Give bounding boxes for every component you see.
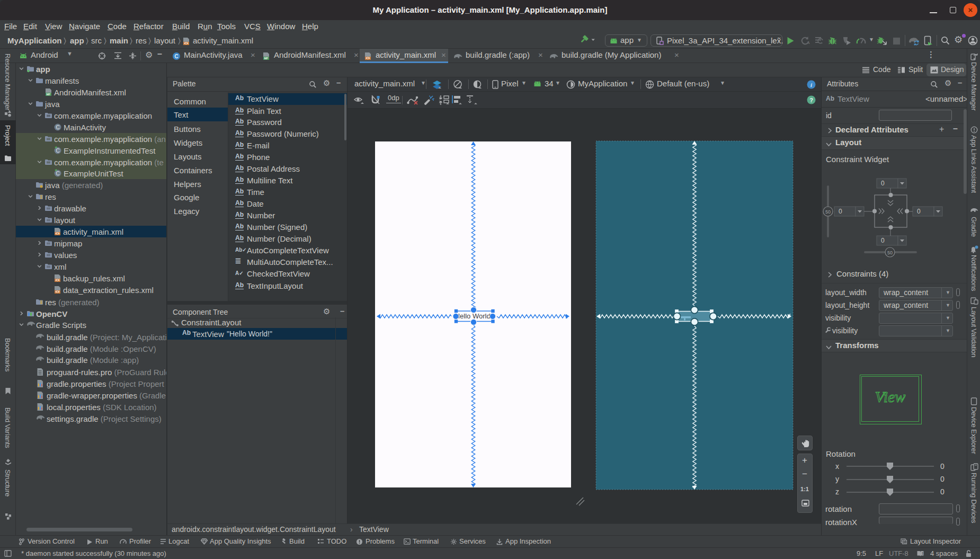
- svg-text:C: C: [174, 54, 178, 59]
- svg-text:0: 0: [881, 180, 885, 187]
- svg-text:MF: MF: [264, 57, 269, 60]
- svg-text:<>: <>: [366, 57, 370, 60]
- svg-text:A: A: [807, 40, 810, 45]
- svg-text:0: 0: [839, 208, 842, 215]
- svg-text:!: !: [922, 552, 923, 555]
- svg-text:50: 50: [825, 209, 831, 215]
- svg-text:0: 0: [881, 237, 885, 244]
- svg-text:?: ?: [809, 97, 813, 103]
- svg-text:Hello World!: Hello World!: [455, 312, 493, 320]
- svg-text:<>: <>: [184, 42, 189, 46]
- svg-text:0: 0: [917, 208, 921, 215]
- svg-text:50: 50: [887, 250, 893, 255]
